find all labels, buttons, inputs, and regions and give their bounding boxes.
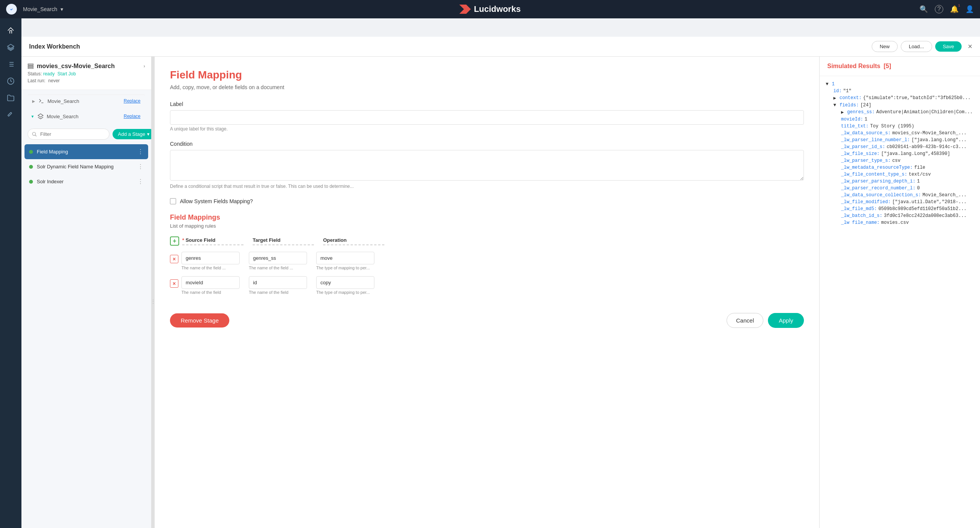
stage-dot-0 (29, 150, 33, 154)
tree-toggle-context[interactable]: ▶ (833, 95, 838, 101)
tree-key-dscollection: _lw_data_source_collection_s: (841, 192, 921, 198)
apply-button[interactable]: Apply (768, 313, 804, 328)
allow-system-label: Allow System Fields Mapping? (180, 198, 253, 204)
filter-bar: Add a Stage ▾ (21, 125, 151, 143)
new-button[interactable]: New (872, 41, 898, 52)
tree-key-fields: fields: (840, 103, 859, 108)
last-run-value: never (48, 78, 60, 83)
svg-rect-9 (28, 64, 33, 65)
tree-item-context: ▶ context: {"simulate":true,"batchId":"3… (833, 95, 974, 102)
remove-mapping-1[interactable]: × (170, 279, 178, 288)
operation-field-0: The type of mapping to per... (316, 252, 374, 270)
tree-toggle-genres[interactable]: ▶ (841, 109, 846, 115)
stage-item-0[interactable]: Field Mapping ⋮ (24, 144, 148, 159)
replace-link[interactable]: Replace (124, 98, 140, 104)
tree-toggle-fields[interactable]: ▼ (833, 103, 838, 108)
nav-clock[interactable] (3, 73, 18, 89)
app-menu[interactable]: Movie_Search ▾ (23, 6, 63, 12)
stage-menu-0[interactable]: ⋮ (137, 148, 144, 155)
tree-val-id: "1" (843, 88, 852, 94)
tree-indent-1: id: "1" ▶ context: {"simulate":true,"bat… (826, 88, 974, 226)
form-subtitle: Add, copy, move, or delete fields on a d… (170, 84, 804, 90)
nav-home[interactable] (3, 23, 18, 38)
nav-folder[interactable] (3, 90, 18, 106)
source-input-1[interactable] (181, 276, 240, 289)
target-input-1[interactable] (249, 276, 307, 289)
tree-item-contenttype: _lw_file_content_type_s: text/csv (841, 171, 974, 178)
pipeline-expand[interactable]: › (144, 64, 145, 69)
pipeline-sidebar: movies_csv-Movie_Search › Status: ready … (21, 57, 152, 528)
tree-key-parsedepth: _lw_parser_parsing_depth_i: (841, 179, 915, 184)
label-help: A unique label for this stage. (170, 126, 804, 132)
close-button[interactable]: × (968, 42, 972, 51)
target-help-1: The name of the field (249, 290, 307, 295)
tree-toggle-0[interactable]: ▼ (826, 81, 830, 87)
load-button[interactable]: Load... (901, 41, 932, 52)
tree-val-context: {"simulate":true,"batchId":"3fb625b0... (863, 95, 971, 101)
replace-link-2[interactable]: Replace (124, 114, 140, 119)
tree-item-genres: ▶ genres_ss: Adventure|Animation|Childre… (841, 109, 974, 116)
tree-item-parsertype: _lw_parser_type_s: csv (841, 157, 974, 164)
app-icon[interactable] (6, 4, 17, 15)
add-stage-chevron: ▾ (147, 131, 150, 137)
stage-item-1[interactable]: Solr Dynamic Field Name Mapping ⋮ (24, 159, 148, 174)
condition-group: Condition Define a conditional script th… (170, 141, 804, 189)
source-input-0[interactable] (181, 252, 240, 264)
results-count: [5] (884, 63, 891, 69)
help-icon[interactable]: ? (935, 5, 943, 13)
operation-input-0[interactable] (316, 252, 374, 264)
start-job-link[interactable]: Start Job (57, 71, 76, 77)
nav-wrench[interactable] (3, 107, 18, 122)
source-field-0: The name of the field ... (181, 252, 240, 270)
last-run-meta: Last run: never (28, 78, 145, 83)
field-mappings-sub: List of mapping rules (170, 223, 804, 229)
label-input[interactable] (170, 110, 804, 125)
divider-handle[interactable]: ⋮ (152, 57, 155, 528)
user-icon[interactable]: 👤 (965, 5, 974, 13)
remove-stage-button[interactable]: Remove Stage (170, 313, 229, 328)
col-source-header: Source Field (182, 237, 243, 245)
tree-key-id: id: (833, 88, 842, 94)
tree-val-dscollection: Movie_Search_... (923, 192, 967, 198)
operation-help-1: The type of mapping to per... (316, 290, 374, 295)
tree-val-linenum: ["java.lang.Long"... (911, 137, 967, 143)
pipeline-collapsed-item[interactable]: ▶ Movie_Search Replace (28, 95, 145, 107)
logo-icon (459, 5, 471, 14)
collapsed-pipeline-section: ▶ Movie_Search Replace (21, 90, 151, 110)
remove-mapping-0[interactable]: × (170, 255, 178, 263)
stage-menu-2[interactable]: ⋮ (137, 178, 144, 185)
label-label: Label (170, 101, 804, 107)
tree-item-dscollection: _lw_data_source_collection_s: Movie_Sear… (841, 192, 974, 199)
search-icon[interactable]: 🔍 (920, 5, 928, 13)
form-area: Field Mapping Add, copy, move, or delete… (155, 57, 819, 528)
operation-input-1[interactable] (316, 276, 374, 289)
logo-text: Lucidworks (474, 4, 521, 14)
bell-icon[interactable]: 🔔 1 (950, 5, 959, 13)
field-mappings-title: Field Mappings (170, 213, 804, 222)
content-area: movies_csv-Movie_Search › Status: ready … (21, 57, 980, 528)
left-sidebar (0, 18, 21, 528)
add-mapping-button[interactable]: + (170, 236, 179, 246)
stage-menu-1[interactable]: ⋮ (137, 163, 144, 170)
pipeline-expanded-item[interactable]: ▼ Movie_Search Replace (28, 110, 145, 122)
tree-val-filesize: ["java.lang.Long",458390] (881, 151, 950, 156)
tree-val-movieid: 1 (865, 117, 867, 122)
pipeline-name-row: movies_csv-Movie_Search › (28, 63, 145, 70)
filter-input[interactable] (28, 129, 109, 140)
stage-item-2[interactable]: Solr Indexer ⋮ (24, 174, 148, 189)
cancel-button[interactable]: Cancel (727, 313, 764, 328)
save-button[interactable]: Save (935, 41, 962, 52)
target-input-0[interactable] (249, 252, 307, 264)
tree-key-filename: _lw file_name: (841, 220, 880, 225)
add-stage-button[interactable]: Add a Stage ▾ (113, 129, 152, 139)
nav-layers[interactable] (3, 40, 18, 55)
nav-list[interactable] (3, 57, 18, 72)
pipeline-expanded-section: ▼ Movie_Search Replace (21, 110, 151, 125)
svg-marker-13 (38, 114, 43, 117)
tree-item-fields: ▼ fields: [24] (833, 102, 974, 109)
condition-textarea[interactable] (170, 150, 804, 181)
tree-item-filemod: _lw_file_modified: ["java.util.Date","20… (841, 199, 974, 205)
allow-system-checkbox[interactable] (170, 198, 176, 204)
main-layout: Index Workbench New Load... Save × movie… (21, 37, 980, 528)
workbench-actions: New Load... Save × (872, 41, 972, 52)
